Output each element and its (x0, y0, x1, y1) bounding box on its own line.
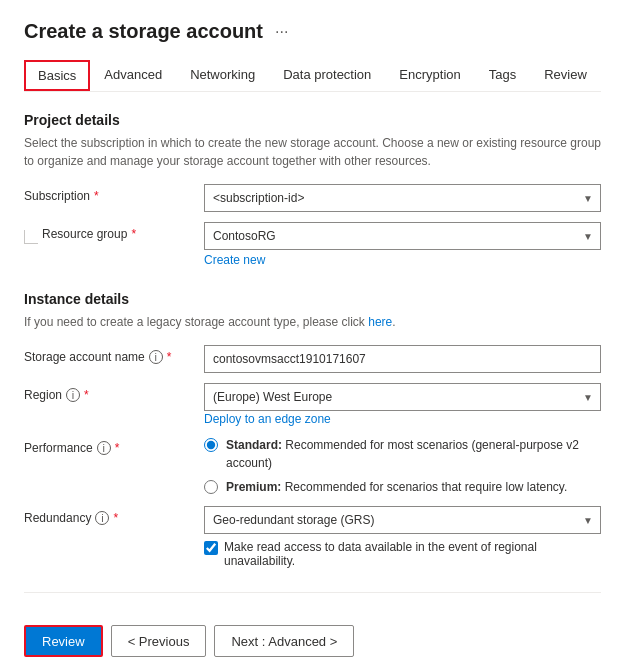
performance-standard-option: Standard: Recommended for most scenarios… (204, 436, 601, 472)
resource-group-indent-line (24, 230, 38, 244)
resource-group-label-wrap: Resource group * (24, 222, 204, 244)
read-access-checkbox-row: Make read access to data available in th… (204, 540, 601, 568)
create-new-link[interactable]: Create new (204, 253, 265, 267)
legacy-here-link[interactable]: here (368, 315, 392, 329)
subscription-row: Subscription * <subscription-id> ▼ (24, 184, 601, 212)
region-required: * (84, 388, 89, 402)
subscription-required: * (94, 189, 99, 203)
region-row: Region i * (Europe) West Europe ▼ Deploy… (24, 383, 601, 426)
project-details-section: Project details Select the subscription … (24, 112, 601, 267)
region-control: (Europe) West Europe ▼ Deploy to an edge… (204, 383, 601, 426)
region-select[interactable]: (Europe) West Europe (204, 383, 601, 411)
tabs-row: Basics Advanced Networking Data protecti… (24, 59, 601, 92)
performance-premium-option: Premium: Recommended for scenarios that … (204, 478, 601, 496)
footer-divider (24, 592, 601, 593)
storage-name-label: Storage account name i * (24, 345, 204, 364)
storage-name-info-icon[interactable]: i (149, 350, 163, 364)
resource-group-required: * (131, 227, 136, 241)
tab-advanced[interactable]: Advanced (90, 59, 176, 92)
performance-radio-group: Standard: Recommended for most scenarios… (204, 436, 601, 496)
subscription-control: <subscription-id> ▼ (204, 184, 601, 212)
storage-name-control: contosovmsacct1910171607 (204, 345, 601, 373)
storage-name-required: * (167, 350, 172, 364)
resource-group-control: ContosoRG ▼ Create new (204, 222, 601, 267)
previous-button[interactable]: < Previous (111, 625, 207, 657)
subscription-select[interactable]: <subscription-id> (204, 184, 601, 212)
instance-details-desc: If you need to create a legacy storage a… (24, 313, 601, 331)
performance-standard-radio[interactable] (204, 438, 218, 452)
redundancy-select[interactable]: Geo-redundant storage (GRS) (204, 506, 601, 534)
region-info-icon[interactable]: i (66, 388, 80, 402)
read-access-label: Make read access to data available in th… (224, 540, 601, 568)
storage-name-row: Storage account name i * contosovmsacct1… (24, 345, 601, 373)
storage-name-input[interactable]: contosovmsacct1910171607 (204, 345, 601, 373)
resource-group-row: Resource group * ContosoRG ▼ Create new (24, 222, 601, 267)
performance-label: Performance i * (24, 436, 204, 455)
redundancy-label: Redundancy i * (24, 506, 204, 525)
project-details-desc: Select the subscription in which to crea… (24, 134, 601, 170)
instance-details-section: Instance details If you need to create a… (24, 291, 601, 568)
performance-premium-label: Premium: Recommended for scenarios that … (226, 478, 567, 496)
review-button[interactable]: Review (24, 625, 103, 657)
tab-networking[interactable]: Networking (176, 59, 269, 92)
performance-standard-label: Standard: Recommended for most scenarios… (226, 436, 601, 472)
subscription-label: Subscription * (24, 184, 204, 203)
footer-row: Review < Previous Next : Advanced > (24, 613, 601, 657)
performance-premium-radio[interactable] (204, 480, 218, 494)
redundancy-control: Geo-redundant storage (GRS) ▼ Make read … (204, 506, 601, 568)
tab-data-protection[interactable]: Data protection (269, 59, 385, 92)
performance-info-icon[interactable]: i (97, 441, 111, 455)
page-title: Create a storage account (24, 20, 263, 43)
redundancy-required: * (113, 511, 118, 525)
tab-basics[interactable]: Basics (24, 60, 90, 91)
deploy-edge-link[interactable]: Deploy to an edge zone (204, 412, 331, 426)
redundancy-row: Redundancy i * Geo-redundant storage (GR… (24, 506, 601, 568)
resource-group-label: Resource group * (42, 222, 136, 241)
region-label: Region i * (24, 383, 204, 402)
next-advanced-button[interactable]: Next : Advanced > (214, 625, 354, 657)
performance-required: * (115, 441, 120, 455)
ellipsis-menu-button[interactable]: ··· (271, 21, 292, 43)
redundancy-info-icon[interactable]: i (95, 511, 109, 525)
instance-details-title: Instance details (24, 291, 601, 307)
read-access-checkbox[interactable] (204, 541, 218, 555)
tab-encryption[interactable]: Encryption (385, 59, 474, 92)
resource-group-select[interactable]: ContosoRG (204, 222, 601, 250)
performance-control: Standard: Recommended for most scenarios… (204, 436, 601, 496)
project-details-title: Project details (24, 112, 601, 128)
performance-row: Performance i * Standard: Recommended fo… (24, 436, 601, 496)
tab-review[interactable]: Review (530, 59, 601, 92)
tab-tags[interactable]: Tags (475, 59, 530, 92)
